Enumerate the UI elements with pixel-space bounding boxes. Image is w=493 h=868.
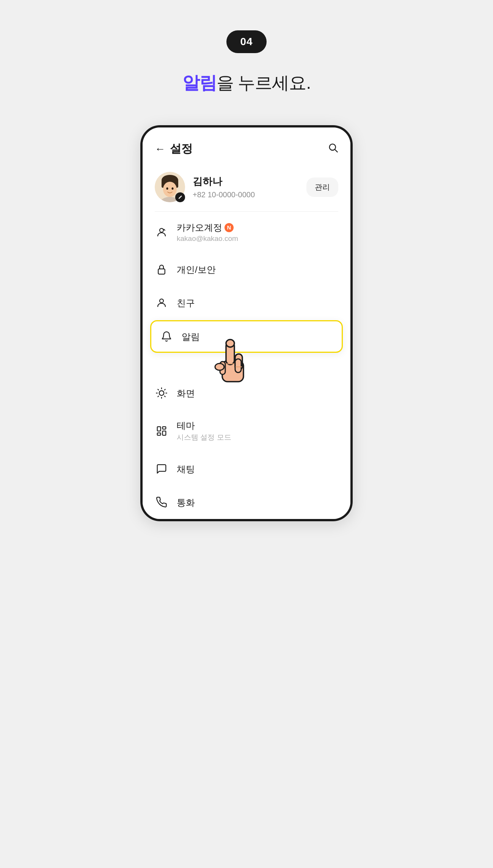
privacy-label: 개인/보안 — [177, 264, 216, 275]
screen-label: 화면 — [177, 387, 195, 399]
menu-item-theme[interactable]: 테마 시스템 설정 모드 — [143, 410, 350, 452]
menu-list: 카카오계정 N kakao@kakao.com — [143, 212, 350, 519]
menu-item-kakao[interactable]: 카카오계정 N kakao@kakao.com — [143, 212, 350, 253]
step-badge: 04 — [226, 30, 266, 53]
svg-point-6 — [166, 187, 168, 190]
friends-text-group: 친구 — [177, 297, 195, 309]
svg-rect-33 — [157, 433, 161, 435]
call-text-group: 통화 — [177, 497, 195, 508]
friends-label: 친구 — [177, 297, 195, 309]
manage-button[interactable]: 관리 — [306, 178, 338, 197]
theme-text-group: 테마 시스템 설정 모드 — [177, 420, 231, 442]
kakao-sublabel: kakao@kakao.com — [177, 234, 238, 243]
chat-label: 채팅 — [177, 463, 195, 475]
instruction-text: 알림을 누르세요. — [182, 71, 311, 95]
svg-line-28 — [158, 396, 159, 397]
theme-sublabel: 시스템 설정 모드 — [177, 432, 231, 442]
instruction-suffix: 을 누르세요. — [217, 73, 311, 93]
avatar-edit-badge[interactable] — [175, 192, 185, 202]
phone-icon — [155, 495, 168, 509]
alarm-text-group: 알림 — [182, 331, 200, 343]
menu-item-privacy[interactable]: 개인/보안 — [143, 253, 350, 286]
search-icon[interactable] — [328, 142, 338, 156]
privacy-text-group: 개인/보안 — [177, 264, 216, 275]
svg-line-1 — [335, 149, 337, 152]
back-arrow-icon: ← — [155, 144, 165, 154]
n-badge: N — [225, 223, 234, 232]
theme-label: 테마 — [177, 420, 231, 431]
profile-phone: +82 10-0000-0000 — [193, 190, 299, 199]
svg-point-7 — [172, 187, 174, 190]
svg-rect-10 — [158, 269, 165, 274]
chat-text-group: 채팅 — [177, 463, 195, 475]
settings-screen: ← 설정 — [143, 127, 350, 519]
profile-name: 김하나 — [193, 175, 299, 188]
account-icon — [155, 225, 168, 239]
settings-title: 설정 — [170, 141, 193, 157]
palette-icon — [155, 424, 168, 438]
svg-point-21 — [159, 391, 164, 396]
back-button[interactable]: ← 설정 — [155, 141, 193, 157]
person-icon — [155, 296, 168, 310]
svg-rect-30 — [157, 427, 161, 431]
phone-mockup: ← 설정 — [140, 125, 353, 521]
alarm-label: 알림 — [182, 331, 200, 343]
svg-line-24 — [158, 389, 159, 390]
instruction-highlight: 알림 — [182, 73, 217, 93]
svg-point-11 — [160, 299, 163, 303]
svg-line-25 — [165, 396, 165, 397]
bell-icon — [160, 330, 173, 343]
kakao-text-group: 카카오계정 N kakao@kakao.com — [177, 222, 238, 243]
profile-info: 김하나 +82 10-0000-0000 — [193, 175, 299, 199]
menu-item-alarm[interactable]: 알림 — [150, 320, 343, 353]
svg-rect-31 — [163, 427, 166, 429]
profile-section: 김하나 +82 10-0000-0000 관리 — [143, 164, 350, 211]
n-badge-text: N — [227, 224, 231, 231]
sun-icon — [155, 386, 168, 400]
cursor-spacer — [143, 354, 350, 376]
svg-line-29 — [165, 389, 165, 390]
menu-item-friends[interactable]: 친구 — [143, 286, 350, 319]
alarm-row-wrapper: 알림 — [143, 320, 350, 353]
call-label: 통화 — [177, 497, 195, 508]
menu-item-chat[interactable]: 채팅 — [143, 452, 350, 486]
lock-icon — [155, 263, 168, 276]
svg-point-9 — [160, 228, 163, 232]
menu-item-screen[interactable]: 화면 — [143, 376, 350, 410]
avatar — [155, 172, 185, 202]
chat-icon — [155, 462, 168, 476]
menu-item-call[interactable]: 통화 — [143, 486, 350, 519]
svg-rect-32 — [163, 431, 166, 435]
screen-text-group: 화면 — [177, 387, 195, 399]
settings-header: ← 설정 — [143, 127, 350, 164]
kakao-label: 카카오계정 — [177, 222, 222, 233]
svg-point-5 — [163, 182, 177, 197]
